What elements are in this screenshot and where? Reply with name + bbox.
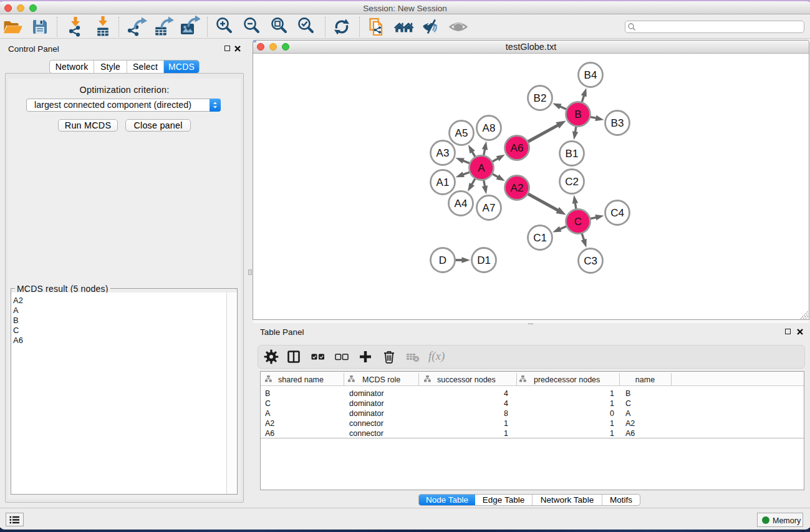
svg-text:B: B (574, 109, 581, 120)
svg-text:A4: A4 (455, 198, 468, 210)
svg-text:A3: A3 (436, 147, 450, 159)
svg-text:C: C (574, 216, 582, 228)
svg-text:B3: B3 (611, 117, 624, 129)
svg-text:D: D (439, 254, 446, 266)
svg-text:B4: B4 (584, 69, 597, 81)
svg-text:C2: C2 (565, 176, 579, 188)
svg-text:A2: A2 (511, 182, 524, 194)
svg-text:A1: A1 (436, 177, 450, 188)
svg-text:A5: A5 (455, 127, 468, 139)
svg-text:A6: A6 (511, 142, 524, 154)
svg-text:D1: D1 (477, 254, 491, 266)
svg-text:B1: B1 (566, 148, 579, 160)
svg-text:A8: A8 (483, 122, 496, 134)
svg-text:B2: B2 (534, 92, 547, 104)
svg-text:C4: C4 (610, 207, 624, 219)
svg-text:C1: C1 (533, 232, 547, 244)
svg-text:A: A (478, 162, 485, 174)
svg-text:A7: A7 (483, 202, 496, 214)
svg-text:C3: C3 (584, 255, 597, 267)
